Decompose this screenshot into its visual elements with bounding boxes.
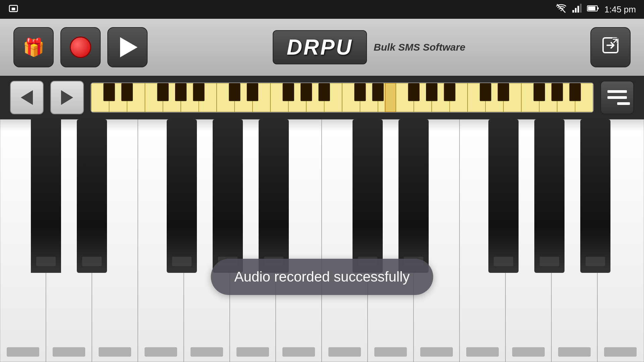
svg-rect-110: [494, 257, 513, 266]
svg-rect-96: [213, 119, 243, 273]
svg-rect-102: [580, 119, 610, 273]
battery-icon: [587, 3, 599, 15]
svg-rect-111: [540, 257, 559, 266]
bulk-sms-text: Bulk SMS Software: [374, 42, 465, 53]
svg-rect-7: [580, 4, 582, 12]
piano-keys-svg: [0, 119, 644, 362]
mini-piano-svg: // We'll draw this via inline SVG elemen…: [91, 83, 593, 112]
svg-rect-100: [488, 119, 519, 273]
svg-rect-89: [512, 347, 545, 357]
menu-line-2: [607, 96, 627, 99]
svg-rect-88: [466, 347, 499, 357]
nav-bar: // We'll draw this via inline SVG elemen…: [0, 76, 644, 119]
menu-line-1: [607, 90, 627, 93]
toast-message: Audio recorded successfully: [234, 269, 410, 285]
play-button[interactable]: [107, 27, 148, 67]
next-button[interactable]: [50, 81, 84, 114]
export-icon: [600, 35, 621, 59]
svg-rect-82: [191, 347, 223, 357]
svg-rect-6: [578, 6, 579, 13]
svg-rect-4: [573, 10, 574, 13]
svg-rect-59: [498, 83, 509, 101]
svg-rect-58: [480, 83, 491, 101]
svg-rect-60: [534, 83, 545, 101]
status-left-icon: [8, 4, 19, 16]
piano-scroll-display[interactable]: // We'll draw this via inline SVG elemen…: [91, 82, 594, 113]
toast-notification: Audio recorded successfully: [211, 259, 433, 295]
svg-rect-55: [408, 83, 420, 101]
svg-rect-79: [53, 347, 85, 357]
svg-rect-53: [354, 83, 366, 101]
svg-rect-47: [193, 83, 204, 101]
svg-rect-45: [157, 83, 169, 101]
svg-rect-46: [175, 83, 186, 101]
svg-rect-51: [301, 83, 312, 101]
svg-rect-101: [534, 119, 565, 273]
svg-rect-56: [426, 83, 437, 101]
svg-rect-61: [551, 83, 563, 101]
svg-rect-85: [328, 347, 361, 357]
svg-rect-87: [420, 347, 453, 357]
svg-rect-54: [372, 83, 384, 101]
svg-rect-90: [558, 347, 591, 357]
svg-rect-97: [259, 119, 289, 273]
drpu-logo: DRPU: [273, 30, 367, 64]
svg-rect-50: [283, 83, 294, 101]
svg-rect-62: [569, 83, 581, 101]
arrow-right-icon: [61, 90, 73, 105]
time-display: 1:45 pm: [604, 4, 636, 15]
export-button[interactable]: [590, 27, 631, 67]
svg-rect-1: [12, 8, 15, 10]
svg-rect-5: [575, 8, 577, 13]
svg-rect-105: [172, 257, 192, 266]
svg-rect-103: [36, 257, 56, 266]
svg-point-2: [560, 10, 562, 11]
wifi-icon: [556, 3, 566, 15]
svg-rect-10: [597, 7, 599, 9]
svg-rect-95: [167, 119, 197, 273]
svg-rect-93: [31, 119, 61, 273]
svg-rect-86: [374, 347, 407, 357]
record-button[interactable]: [60, 27, 101, 67]
svg-rect-104: [82, 257, 102, 266]
svg-rect-98: [353, 119, 383, 273]
svg-rect-112: [586, 257, 605, 266]
svg-rect-84: [282, 347, 315, 357]
svg-rect-78: [7, 347, 39, 357]
menu-line-3: [617, 102, 630, 105]
svg-rect-83: [236, 347, 269, 357]
logo-area: DRPU Bulk SMS Software: [154, 30, 584, 64]
svg-rect-81: [145, 347, 177, 357]
arrow-left-icon: [21, 90, 33, 105]
mini-piano-keys: // We'll draw this via inline SVG elemen…: [91, 83, 593, 112]
menu-button[interactable]: [600, 81, 634, 114]
drpu-logo-text: DRPU: [287, 35, 353, 59]
svg-rect-49: [247, 83, 258, 101]
play-icon: [120, 37, 138, 57]
record-icon: [70, 37, 91, 58]
svg-rect-48: [229, 83, 240, 101]
status-bar: 1:45 pm: [0, 0, 644, 19]
svg-rect-94: [77, 119, 107, 273]
svg-rect-91: [604, 347, 637, 357]
svg-rect-80: [99, 347, 131, 357]
svg-rect-9: [588, 6, 595, 10]
svg-rect-52: [318, 83, 330, 101]
svg-rect-57: [444, 83, 455, 101]
svg-rect-43: [103, 83, 115, 101]
piano-main: Audio recorded successfully: [0, 119, 644, 362]
signal-icon: [572, 3, 582, 15]
prev-button[interactable]: [10, 81, 44, 114]
toolbar: 🎁 DRPU Bulk SMS Software: [0, 19, 644, 76]
gift-icon: 🎁: [23, 37, 45, 58]
svg-rect-99: [398, 119, 429, 273]
svg-rect-44: [121, 83, 133, 101]
gift-button[interactable]: 🎁: [13, 27, 54, 67]
